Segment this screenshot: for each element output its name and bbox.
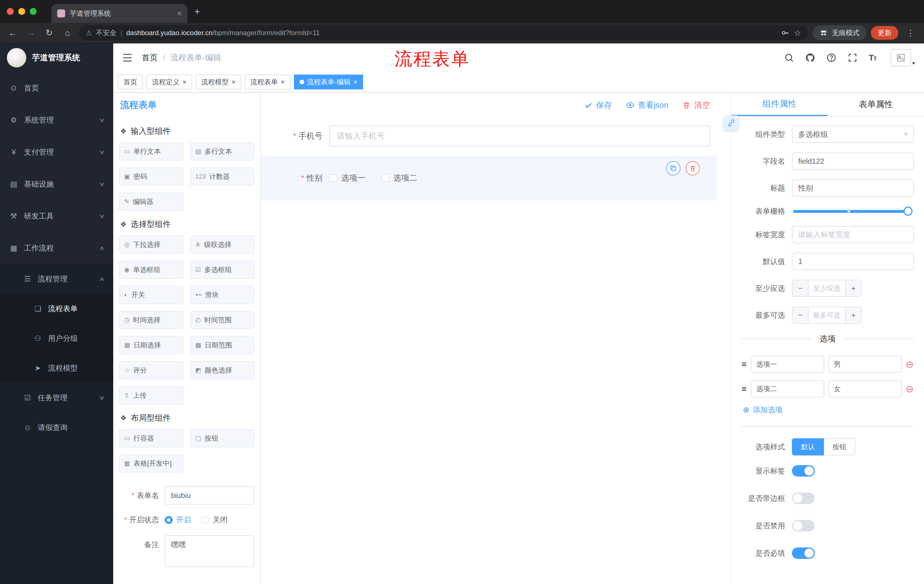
palette-item-counter[interactable]: 123计数器 (190, 168, 254, 186)
remark-textarea[interactable]: 嘿嘿 (165, 535, 254, 567)
palette-item-single-line-text[interactable]: ▭单行文本 (119, 142, 183, 161)
palette-item-upload[interactable]: ⇪上传 (119, 386, 183, 405)
drag-handle-icon[interactable]: ≡ (742, 384, 747, 394)
increase-button[interactable]: + (845, 307, 861, 323)
close-window-button[interactable] (7, 8, 14, 15)
address-bar[interactable]: ⚠ 不安全 | dashboard.yudao.iocoder.cn/bpm/m… (79, 25, 808, 41)
sidebar-item-infrastructure[interactable]: ▤基础设施∨ (0, 168, 113, 200)
palette-item-table[interactable]: ▦表格[开发中] (119, 454, 183, 472)
zoom-window-button[interactable] (30, 8, 36, 15)
palette-item-editor[interactable]: ✎编辑器 (119, 192, 183, 211)
remove-option-icon[interactable]: ⊖ (906, 384, 914, 394)
user-avatar[interactable]: ▾ (891, 49, 915, 66)
sidebar-item-workflow[interactable]: ▦工作流程∧ (0, 232, 113, 264)
option-label-input[interactable]: 选项二 (751, 380, 824, 397)
palette-item-radio-group[interactable]: ◉单选框组 (119, 261, 183, 279)
option-style-default-button[interactable]: 默认 (792, 438, 824, 456)
tag-home[interactable]: 首页 (118, 74, 143, 89)
view-json-button[interactable]: 查看json (626, 100, 668, 110)
slider-handle[interactable] (903, 207, 912, 216)
sidebar-item-user-group[interactable]: ⚇用户分组 (0, 323, 113, 353)
remove-option-icon[interactable]: ⊖ (906, 359, 914, 369)
tab-form-properties[interactable]: 表单属性 (828, 92, 924, 116)
sidebar-item-dev-tools[interactable]: ⚒研发工具∨ (0, 200, 113, 232)
palette-item-password[interactable]: ▣密码 (119, 168, 183, 186)
tag-process-definition[interactable]: 流程定义× (146, 74, 192, 89)
sidebar-item-payment-management[interactable]: ¥支付管理∨ (0, 136, 113, 168)
canvas-field-phone[interactable]: *手机号 请输入手机号 (274, 126, 710, 146)
tag-close-icon[interactable]: × (353, 79, 357, 86)
sidebar-item-leave-query[interactable]: ☺请假查询 (0, 413, 113, 442)
tag-close-icon[interactable]: × (281, 79, 285, 86)
status-on-radio[interactable]: 开启 (165, 515, 191, 525)
palette-item-slider[interactable]: ⊷滑块 (190, 286, 254, 304)
add-option-button[interactable]: ⊕ 添加选项 (743, 405, 914, 415)
palette-item-time-picker[interactable]: ◷时间选择 (119, 311, 183, 329)
minimize-window-button[interactable] (18, 8, 25, 15)
palette-item-time-range[interactable]: ◴时间范围 (190, 311, 254, 329)
back-icon[interactable]: ← (6, 29, 20, 37)
sidebar-item-process-model[interactable]: ➤流程模型 (0, 353, 113, 383)
title-input[interactable]: 性别 (792, 179, 914, 197)
sidebar-item-task-management[interactable]: ☑任务管理∨ (0, 383, 113, 413)
checkbox-option-2[interactable]: 选项二 (381, 173, 417, 183)
search-icon[interactable] (784, 53, 794, 63)
palette-item-button[interactable]: ▢按钮 (190, 429, 254, 447)
increase-button[interactable]: + (845, 280, 861, 296)
border-toggle[interactable] (792, 493, 815, 504)
drag-handle-icon[interactable]: ≡ (742, 359, 747, 369)
canvas-field-gender[interactable]: *性别 选项一 选项二 (261, 155, 717, 201)
component-type-select[interactable]: 多选框组 ▾ (792, 126, 914, 143)
checkbox-option-1[interactable]: 选项一 (329, 173, 365, 183)
save-button[interactable]: 保存 (584, 100, 612, 110)
clear-button[interactable]: 清空 (682, 100, 710, 110)
tab-close-icon[interactable]: × (177, 10, 182, 17)
field-name-input[interactable]: field122 (792, 153, 914, 170)
decrease-button[interactable]: − (792, 280, 808, 296)
form-name-input[interactable]: biubiu (165, 486, 254, 505)
kebab-menu-icon[interactable]: ⋮ (903, 28, 918, 38)
palette-item-rate[interactable]: ☆评分 (119, 361, 183, 380)
option-style-button-button[interactable]: 按钮 (824, 438, 855, 456)
status-off-radio[interactable]: 关闭 (201, 515, 228, 525)
option-label-input[interactable]: 选项一 (751, 356, 824, 373)
sidebar-item-home[interactable]: ⊙首页 (0, 72, 113, 104)
palette-item-date-picker[interactable]: ▦日期选择 (119, 336, 183, 354)
phone-input[interactable]: 请输入手机号 (329, 126, 710, 146)
disabled-toggle[interactable] (792, 520, 815, 531)
default-value-input[interactable]: 1 (792, 253, 914, 270)
question-icon[interactable] (826, 53, 837, 63)
palette-item-switch[interactable]: ◐开关 (119, 286, 183, 304)
min-select-input[interactable]: 至少应选 (808, 280, 845, 296)
palette-item-color-picker[interactable]: ◩颜色选择 (190, 361, 254, 380)
update-button[interactable]: 更新 (871, 26, 898, 40)
font-size-icon[interactable]: TT (868, 53, 876, 63)
tag-process-form[interactable]: 流程表单× (245, 74, 290, 89)
sidebar-item-system-management[interactable]: ⚙系统管理∨ (0, 104, 113, 136)
sidebar-item-process-form[interactable]: ❏流程表单 (0, 294, 113, 323)
palette-item-multi-line-text[interactable]: ▤多行文本 (190, 142, 254, 161)
palette-item-row-container[interactable]: ▭行容器 (119, 429, 183, 447)
breadcrumb-home[interactable]: 首页 (142, 52, 158, 63)
palette-item-select[interactable]: ◎下拉选择 (119, 235, 183, 254)
tag-process-model[interactable]: 流程模型× (196, 74, 241, 89)
new-tab-button[interactable]: + (195, 6, 200, 17)
grid-slider[interactable] (793, 210, 908, 213)
palette-item-cascader[interactable]: ⋔级联选择 (190, 235, 254, 254)
option-value-input[interactable]: 男 (828, 356, 902, 373)
collapse-menu-icon[interactable] (122, 53, 133, 62)
palette-item-date-range[interactable]: ▩日期范围 (190, 336, 254, 354)
reload-icon[interactable]: ↻ (42, 29, 56, 37)
tab-component-properties[interactable]: 组件属性 (731, 92, 828, 116)
canvas-body[interactable]: *手机号 请输入手机号 *性别 选项一 (261, 118, 731, 584)
tag-process-form-edit[interactable]: 流程表单-编辑× (294, 74, 363, 89)
option-value-input[interactable]: 女 (828, 380, 902, 397)
field-bind-button[interactable] (724, 115, 739, 130)
browser-tab[interactable]: 芋道管理系统 × (51, 4, 188, 23)
palette-item-checkbox-group[interactable]: ☑多选框组 (190, 261, 254, 279)
home-icon[interactable]: ⌂ (61, 29, 74, 37)
show-label-toggle[interactable] (792, 465, 815, 477)
fullscreen-icon[interactable] (847, 53, 858, 63)
decrease-button[interactable]: − (792, 307, 808, 323)
bookmark-star-icon[interactable]: ☆ (794, 28, 801, 38)
